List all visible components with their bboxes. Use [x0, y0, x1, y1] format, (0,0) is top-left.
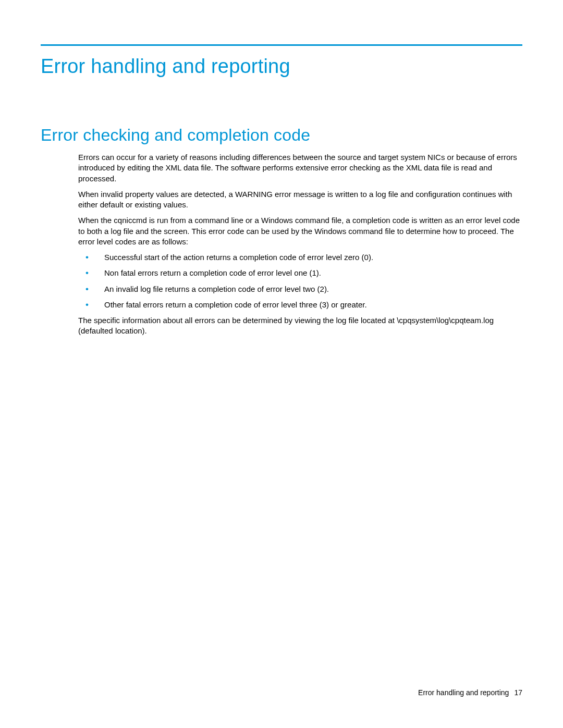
footer-page-number: 17 — [514, 688, 522, 697]
page-footer: Error handling and reporting17 — [418, 688, 522, 697]
list-item-text: An invalid log file returns a completion… — [104, 285, 329, 293]
bullet-icon: • — [85, 284, 89, 294]
paragraph-logfile: The specific information about all error… — [78, 315, 522, 337]
body-text: Errors can occur for a variety of reason… — [78, 152, 522, 337]
list-item-text: Non fatal errors return a completion cod… — [104, 268, 321, 277]
main-heading: Error handling and reporting — [41, 55, 522, 78]
bullet-icon: • — [85, 268, 89, 278]
footer-section-name: Error handling and reporting — [418, 688, 509, 697]
page-container: Error handling and reporting Error check… — [0, 0, 563, 728]
paragraph-intro: Errors can occur for a variety of reason… — [78, 152, 522, 184]
list-item: • Non fatal errors return a completion c… — [78, 268, 522, 278]
paragraph-errorlevel-intro: When the cqniccmd is run from a command … — [78, 215, 522, 247]
section-heading: Error checking and completion code — [41, 126, 522, 145]
list-item-text: Successful start of the action returns a… — [104, 253, 373, 262]
list-item: • Successful start of the action returns… — [78, 252, 522, 263]
paragraph-warning: When invalid property values are detecte… — [78, 189, 522, 211]
bullet-icon: • — [85, 252, 89, 263]
list-item-text: Other fatal errors return a completion c… — [104, 300, 367, 309]
bullet-icon: • — [85, 300, 89, 310]
error-level-list: • Successful start of the action returns… — [78, 252, 522, 310]
list-item: • Other fatal errors return a completion… — [78, 300, 522, 310]
top-rule — [41, 44, 522, 46]
list-item: • An invalid log file returns a completi… — [78, 284, 522, 294]
